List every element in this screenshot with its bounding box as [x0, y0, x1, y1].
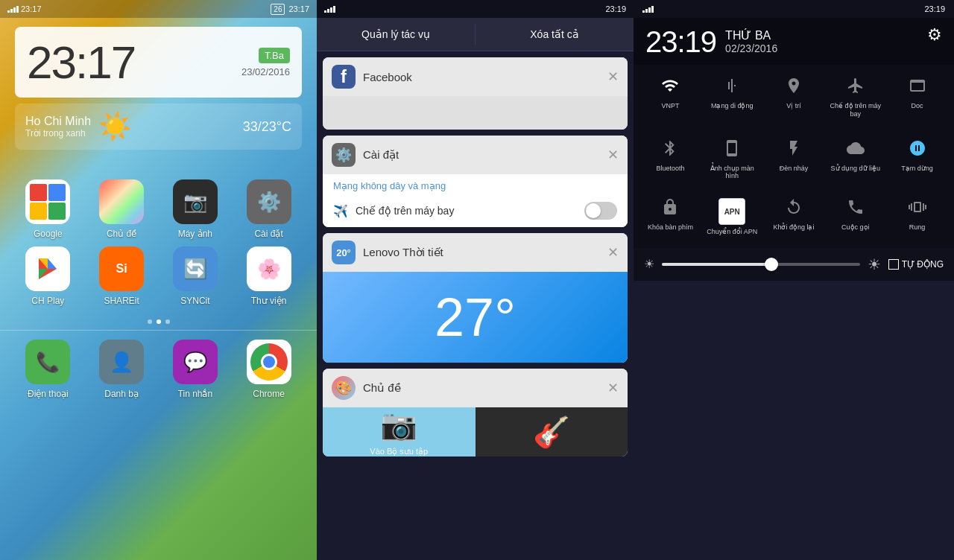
airplane-toggle[interactable]	[584, 202, 617, 220]
app-label-camera: Máy ảnh	[178, 229, 212, 239]
wifi-tile-icon	[661, 77, 679, 99]
app-label-contacts: Danh bạ	[104, 389, 139, 399]
app-shareit[interactable]: Si SHAREit	[89, 246, 155, 306]
tasks-status-left	[324, 6, 335, 13]
clock-widget: 23:17 T.Ba 23/02/2016	[15, 27, 302, 98]
home-screen: 23:17 26 23:17 23:17 T.Ba 23/02/2016 Ho …	[0, 0, 317, 560]
app-phone[interactable]: 📞 Điện thoại	[15, 340, 81, 399]
keyboard-lock-icon	[661, 198, 679, 220]
location-icon	[785, 77, 803, 99]
airplane-mode-label: Chế độ trên máy bay	[356, 205, 454, 217]
quick-tile-datasaver[interactable]: Sử dụng dữ liệu	[826, 133, 885, 187]
notification-panel: 23:19 23:19 THỨ BA 02/23/2016 ⚙ VNPT Mạn…	[634, 0, 954, 560]
phone-app-icon: 📞	[25, 340, 70, 384]
day-badge: T.Ba	[259, 48, 290, 63]
quick-tile-doc[interactable]: Doc	[888, 71, 947, 124]
restart-tile-label: Khởi động lại	[773, 223, 814, 232]
app-chrome[interactable]: Chrome	[236, 340, 302, 399]
settings-task-icon: ⚙️	[332, 143, 356, 167]
facebook-preview	[323, 96, 628, 130]
close-facebook-button[interactable]: ✕	[607, 69, 619, 85]
quick-tile-airplane[interactable]: Chế độ trên máy bay	[826, 71, 885, 124]
app-label-chrome: Chrome	[253, 389, 285, 399]
apn-badge-icon: APN	[718, 198, 745, 225]
weather-city: Ho Chi Minh	[25, 115, 91, 128]
clock-time: 23:17	[27, 36, 135, 89]
quick-tile-restart[interactable]: Khởi động lại	[765, 192, 824, 242]
settings-app-icon: ⚙️	[247, 179, 291, 224]
notif-status-left	[642, 6, 654, 13]
tasks-status-right: 23:19	[605, 4, 626, 13]
brightness-row: ☀ ☀ TỰ ĐỘNG	[634, 248, 954, 281]
app-chplay[interactable]: CH Play	[15, 246, 81, 306]
brightness-track[interactable]	[662, 263, 860, 266]
chrome-app-icon	[247, 340, 291, 384]
task-facebook-title: Facebook	[363, 71, 600, 83]
camera-app-icon: 📷	[173, 179, 218, 224]
google-icon	[25, 179, 70, 224]
app-grid: Google Chủ đề 📷 Máy ảnh ⚙️ Cài đặt	[0, 165, 317, 314]
quick-tile-flash[interactable]: Đèn nháy	[765, 133, 824, 187]
quick-tile-vibrate[interactable]: Rung	[888, 192, 947, 242]
close-theme-button[interactable]: ✕	[607, 380, 619, 396]
app-gallery[interactable]: 🌸 Thư viện	[236, 246, 302, 306]
auto-brightness-checkbox[interactable]	[888, 259, 899, 270]
notif-time-display: 23:19	[645, 25, 716, 59]
gear-icon[interactable]: ⚙	[927, 25, 942, 45]
page-dots	[0, 319, 317, 324]
task-manager-header: Quản lý tác vụ Xóa tất cả	[317, 18, 634, 51]
weather-icon: ☀️	[98, 111, 132, 142]
weather-text: Ho Chi Minh Trời trong xanh	[25, 115, 91, 139]
dot-2	[157, 319, 161, 324]
gallery-app-icon: 🌸	[247, 246, 291, 291]
chplay-app-icon	[25, 246, 70, 291]
app-camera[interactable]: 📷 Máy ảnh	[162, 179, 229, 239]
dot-1	[148, 319, 152, 324]
app-syncit[interactable]: 🔄 SYNCit	[162, 246, 229, 306]
app-settings[interactable]: ⚙️ Cài đặt	[236, 179, 302, 239]
quick-tile-keyboard[interactable]: Khóa bàn phím	[641, 192, 700, 242]
quick-tile-apn[interactable]: APN Chuyển đổi APN	[703, 192, 762, 242]
auto-brightness-toggle[interactable]: TỰ ĐỘNG	[888, 259, 944, 270]
task-theme-header: 🎨 Chủ đề ✕	[323, 369, 628, 407]
quick-tile-location[interactable]: Vị trí	[765, 71, 824, 124]
task-theme-body: 📷 Vào Bộ sưu tập 🎸	[323, 407, 628, 456]
app-google[interactable]: Google	[15, 179, 81, 239]
quick-tile-pause[interactable]: Tạm dừng	[888, 133, 947, 187]
clear-all-button[interactable]: Xóa tất cả	[476, 18, 634, 51]
task-list: f Facebook ✕ ⚙️ Cài đặt ✕ Mạng không dây…	[317, 51, 634, 555]
brightness-low-icon: ☀	[644, 257, 654, 271]
vibrate-icon	[909, 198, 926, 220]
quick-tile-screenshot[interactable]: Ảnh chụp màn hình	[703, 133, 762, 187]
tasks-status-time: 23:19	[605, 4, 626, 13]
quick-tile-bluetooth[interactable]: Bluetooth	[641, 133, 700, 187]
close-settings-button[interactable]: ✕	[607, 147, 619, 163]
manage-tasks-button[interactable]: Quản lý tác vụ	[317, 18, 475, 51]
brightness-high-icon: ☀	[868, 255, 881, 273]
location-tile-label: Vị trí	[786, 102, 801, 110]
theme-preview-left: 📷 Vào Bộ sưu tập	[323, 407, 476, 456]
close-weather-button[interactable]: ✕	[607, 244, 619, 261]
toggle-knob	[586, 203, 601, 218]
status-home-battery: 26	[271, 4, 285, 15]
app-messages[interactable]: 💬 Tin nhắn	[162, 340, 229, 399]
status-bar-tasks: 23:19	[317, 0, 634, 18]
chrome-inner-circle	[261, 354, 277, 370]
quick-tile-wifi[interactable]: VNPT	[641, 71, 700, 124]
task-card-weather: 20° Lenovo Thời tiết ✕ 27°	[323, 233, 628, 363]
app-contacts[interactable]: 👤 Danh bạ	[89, 340, 155, 399]
app-label-settings: Cài đặt	[254, 229, 282, 239]
theme-preview-right: 🎸	[476, 407, 628, 456]
restart-icon	[785, 198, 803, 220]
quick-tile-mobile[interactable]: Mạng di động	[703, 71, 762, 124]
app-theme[interactable]: Chủ đề	[89, 179, 155, 239]
status-bar-notif: 23:19	[634, 0, 954, 18]
bluetooth-icon	[661, 139, 679, 162]
vibrate-tile-label: Rung	[909, 223, 926, 232]
task-card-theme: 🎨 Chủ đề ✕ 📷 Vào Bộ sưu tập 🎸	[323, 369, 628, 456]
tasks-panel: 23:19 Quản lý tác vụ Xóa tất cả f Facebo…	[317, 0, 634, 560]
quick-tile-calls[interactable]: Cuộc gọi	[826, 192, 885, 242]
auto-brightness-label: TỰ ĐỘNG	[902, 259, 944, 270]
screenshot-tile-label: Ảnh chụp màn hình	[706, 165, 759, 181]
app-label-gallery: Thư viện	[251, 296, 287, 306]
